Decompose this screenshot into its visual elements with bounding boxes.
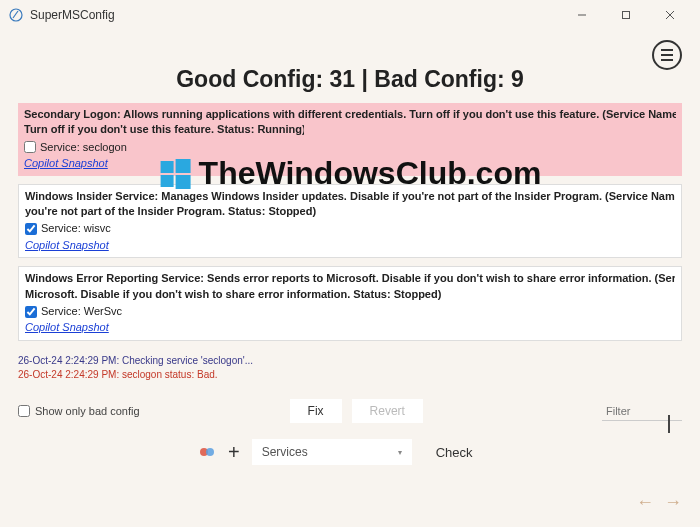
copilot-snapshot-link[interactable]: Copilot Snapshot bbox=[25, 238, 109, 253]
maximize-button[interactable] bbox=[604, 1, 648, 29]
config-summary-header: Good Config: 31 | Bad Config: 9 bbox=[18, 66, 682, 93]
revert-button[interactable]: Revert bbox=[352, 399, 423, 423]
service-label: Service: seclogon bbox=[40, 140, 127, 155]
show-bad-label: Show only bad config bbox=[35, 405, 140, 417]
svg-point-6 bbox=[206, 448, 214, 456]
bottom-toolbar: + Services ▾ Check bbox=[18, 439, 682, 465]
service-card[interactable]: Windows Error Reporting Service: Sends e… bbox=[18, 266, 682, 341]
service-description-cont: Turn off if you don't use this feature. … bbox=[24, 122, 304, 137]
window-title: SuperMSConfig bbox=[30, 8, 115, 22]
nav-arrows: ← → bbox=[636, 492, 682, 513]
service-card[interactable]: Secondary Logon: Allows running applicat… bbox=[18, 103, 682, 176]
svg-point-0 bbox=[10, 9, 22, 21]
add-button[interactable]: + bbox=[228, 441, 240, 464]
nav-forward-icon[interactable]: → bbox=[664, 492, 682, 513]
text-caret bbox=[668, 415, 670, 433]
service-checkbox[interactable] bbox=[25, 306, 37, 318]
copilot-snapshot-link[interactable]: Copilot Snapshot bbox=[25, 320, 109, 335]
service-checkbox[interactable] bbox=[25, 223, 37, 235]
service-description: Windows Error Reporting Service: Sends e… bbox=[25, 271, 675, 286]
content-area: Good Config: 31 | Bad Config: 9 Secondar… bbox=[0, 30, 700, 527]
category-dropdown[interactable]: Services ▾ bbox=[252, 439, 412, 465]
svg-rect-2 bbox=[623, 12, 630, 19]
show-bad-checkbox[interactable] bbox=[18, 405, 30, 417]
chevron-down-icon: ▾ bbox=[398, 448, 402, 457]
nav-back-icon[interactable]: ← bbox=[636, 492, 654, 513]
fix-button[interactable]: Fix bbox=[290, 399, 342, 423]
service-label: Service: WerSvc bbox=[41, 304, 122, 319]
copilot-snapshot-link[interactable]: Copilot Snapshot bbox=[24, 156, 108, 171]
minimize-button[interactable] bbox=[560, 1, 604, 29]
filter-input[interactable] bbox=[602, 402, 682, 421]
show-bad-toggle[interactable]: Show only bad config bbox=[18, 405, 140, 417]
service-description: Secondary Logon: Allows running applicat… bbox=[24, 107, 676, 122]
dropdown-value: Services bbox=[262, 445, 308, 459]
close-button[interactable] bbox=[648, 1, 692, 29]
app-icon bbox=[8, 7, 24, 23]
window-controls bbox=[560, 1, 692, 29]
check-button[interactable]: Check bbox=[424, 440, 485, 465]
log-line: 26-Oct-24 2:24:29 PM: Checking service '… bbox=[18, 354, 682, 368]
log-line: 26-Oct-24 2:24:29 PM: seclogon status: B… bbox=[18, 368, 682, 382]
titlebar: SuperMSConfig bbox=[0, 0, 700, 30]
service-description-cont: you're not part of the Insider Program. … bbox=[25, 204, 335, 219]
service-label: Service: wisvc bbox=[41, 221, 111, 236]
menu-button[interactable] bbox=[652, 40, 682, 70]
service-card[interactable]: Windows Insider Service: Manages Windows… bbox=[18, 184, 682, 259]
log-area: 26-Oct-24 2:24:29 PM: Checking service '… bbox=[18, 354, 682, 381]
copilot-icon[interactable] bbox=[198, 443, 216, 461]
service-description-cont: Microsoft. Disable if you don't wish to … bbox=[25, 287, 445, 302]
service-checkbox[interactable] bbox=[24, 141, 36, 153]
service-description: Windows Insider Service: Manages Windows… bbox=[25, 189, 675, 204]
service-list[interactable]: Secondary Logon: Allows running applicat… bbox=[18, 103, 682, 348]
options-row: Show only bad config Fix Revert bbox=[18, 399, 682, 423]
